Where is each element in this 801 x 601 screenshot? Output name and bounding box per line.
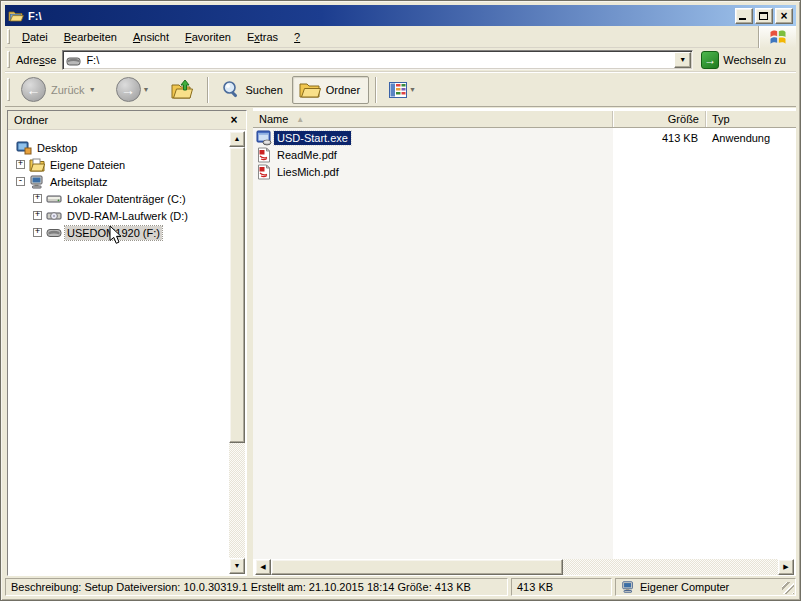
views-chevron-icon: ▼ — [409, 86, 416, 93]
toolbar-separator-2 — [375, 77, 376, 103]
menu-ansicht[interactable]: Ansicht — [125, 28, 177, 46]
tree-label: Desktop — [35, 141, 79, 155]
addressbar-grip[interactable] — [7, 51, 10, 67]
file-list: Name ▲ Größe Typ — [253, 108, 796, 576]
status-size: 413 KB — [511, 578, 612, 596]
dvd-drive-icon — [46, 208, 62, 224]
file-row-usd-start[interactable]: USD-Start.exe 413 KB Anwendung — [253, 129, 796, 146]
sidebar-close-icon[interactable]: × — [226, 113, 242, 127]
back-chevron-icon: ▼ — [89, 86, 96, 93]
collapse-icon[interactable]: - — [16, 177, 25, 186]
file-name: LiesMich.pdf — [274, 165, 342, 179]
toolbar: ← Zurück ▼ → ▼ — [5, 72, 796, 107]
list-horizontal-scrollbar[interactable]: ◀ ▶ — [255, 559, 794, 575]
forward-button[interactable]: → ▼ — [109, 73, 163, 106]
tree-item-drive-d[interactable]: + DVD-RAM-Laufwerk (D:) — [8, 207, 228, 224]
tree-item-eigene-dateien[interactable]: + Eigene Dateien — [8, 156, 228, 173]
exe-setup-icon — [256, 130, 272, 146]
scroll-up-icon[interactable]: ▲ — [229, 131, 245, 147]
menu-hilfe[interactable]: ? — [286, 28, 308, 46]
expand-icon[interactable]: + — [33, 194, 42, 203]
views-button[interactable]: ▼ — [382, 78, 429, 102]
scroll-down-icon[interactable]: ▼ — [229, 558, 245, 574]
toolbar-separator — [207, 77, 208, 103]
sidebar-header: Ordner × — [8, 111, 246, 130]
go-button[interactable]: → Wechseln zu — [699, 50, 792, 70]
address-dropdown-button[interactable]: ▼ — [674, 52, 691, 68]
tree-label-selected: USEDOM1920 (F:) — [65, 226, 162, 240]
sidebar-title: Ordner — [14, 114, 226, 126]
scrollbar-thumb[interactable] — [229, 147, 245, 443]
folders-button[interactable]: Ordner — [292, 76, 369, 104]
tree-item-drive-c[interactable]: + Lokaler Datenträger (C:) — [8, 190, 228, 207]
file-name: ReadMe.pdf — [274, 148, 340, 162]
removable-drive-icon — [46, 225, 62, 241]
column-header-name[interactable]: Name ▲ — [253, 111, 613, 127]
file-size: 413 KB — [613, 132, 706, 144]
list-header: Name ▲ Größe Typ — [253, 110, 796, 128]
explorer-window: F:\ × Datei Bearbeiten Ansicht Favoriten… — [0, 0, 801, 601]
tree-item-drive-f[interactable]: + USEDOM1920 (F:) — [8, 224, 228, 241]
forward-icon: → — [116, 77, 141, 102]
minimize-icon — [739, 18, 746, 20]
pdf-file-icon — [256, 147, 272, 163]
menu-bearbeiten[interactable]: Bearbeiten — [56, 28, 125, 46]
close-button[interactable]: × — [775, 8, 793, 24]
column-header-type[interactable]: Typ — [706, 111, 796, 127]
drive-icon — [66, 54, 82, 66]
window-title: F:\ — [28, 10, 735, 22]
maximize-button[interactable] — [755, 8, 773, 24]
scroll-left-icon[interactable]: ◀ — [255, 559, 271, 575]
file-name-selected: USD-Start.exe — [274, 131, 351, 145]
go-arrow-icon: → — [701, 51, 719, 69]
address-value: F:\ — [86, 54, 674, 66]
column-header-size[interactable]: Größe — [613, 111, 706, 127]
address-label: Adresse — [16, 54, 56, 66]
back-button[interactable]: ← Zurück ▼ — [14, 73, 109, 106]
menu-extras[interactable]: Extras — [239, 28, 286, 46]
file-row-liesmich[interactable]: LiesMich.pdf — [253, 163, 796, 180]
scroll-right-icon[interactable]: ▶ — [778, 559, 794, 575]
menu-datei[interactable]: Datei — [14, 28, 56, 46]
hard-drive-icon — [46, 191, 62, 207]
menubar-grip[interactable] — [7, 29, 10, 44]
folders-sidebar: Ordner × Desktop + — [7, 110, 247, 576]
back-label: Zurück — [51, 84, 85, 96]
title-bar[interactable]: F:\ × — [5, 5, 796, 26]
resize-grip[interactable] — [782, 582, 794, 594]
folders-icon — [299, 80, 321, 100]
tree-label: Eigene Dateien — [48, 158, 127, 172]
status-location: Eigener Computer — [615, 578, 796, 596]
maximize-icon — [759, 12, 768, 20]
search-label: Suchen — [246, 84, 283, 96]
file-row-readme[interactable]: ReadMe.pdf — [253, 146, 796, 163]
scrollbar-thumb[interactable] — [271, 559, 563, 575]
forward-chevron-icon: ▼ — [143, 86, 150, 93]
sorted-column-shade — [253, 128, 613, 559]
go-label: Wechseln zu — [723, 54, 786, 66]
menu-favoriten[interactable]: Favoriten — [177, 28, 239, 46]
close-icon: × — [776, 9, 792, 23]
sidebar-scrollbar[interactable]: ▲ ▼ — [229, 131, 245, 574]
folder-tree: Desktop + Eigene Dateien - — [8, 131, 228, 575]
expand-icon[interactable]: + — [33, 211, 42, 220]
main-area: Ordner × Desktop + — [5, 108, 796, 576]
up-button[interactable] — [163, 74, 201, 106]
toolbar-grip[interactable] — [7, 78, 10, 101]
tree-item-desktop[interactable]: Desktop — [8, 139, 228, 156]
status-bar: Beschreibung: Setup Dateiversion: 10.0.3… — [5, 576, 796, 596]
my-computer-icon — [621, 580, 635, 594]
tree-label: Arbeitsplatz — [48, 175, 109, 189]
minimize-button[interactable] — [735, 8, 753, 24]
folder-open-icon — [8, 8, 24, 24]
back-icon: ← — [21, 77, 46, 102]
status-description: Beschreibung: Setup Dateiversion: 10.0.3… — [5, 578, 508, 596]
expand-icon[interactable]: + — [16, 160, 25, 169]
expand-icon[interactable]: + — [33, 228, 42, 237]
address-input[interactable]: F:\ ▼ — [62, 50, 693, 70]
file-type: Anwendung — [706, 132, 796, 144]
my-computer-icon — [29, 174, 45, 190]
sort-ascending-icon: ▲ — [296, 115, 304, 124]
search-button[interactable]: Suchen — [214, 76, 292, 104]
tree-item-arbeitsplatz[interactable]: - Arbeitsplatz — [8, 173, 228, 190]
